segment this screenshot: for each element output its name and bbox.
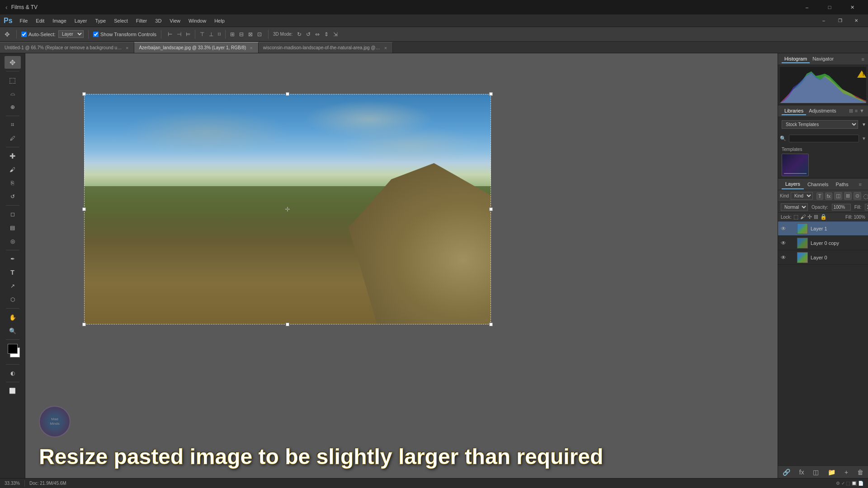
align-top-icon[interactable]: ⊤ — [198, 30, 206, 38]
lock-position-icon[interactable]: ✢ — [807, 214, 812, 220]
layer-new-icon[interactable]: + — [843, 468, 850, 477]
layer-item-layer0[interactable]: 👁 Layer 0 — [778, 250, 868, 265]
blend-mode-dropdown[interactable]: Normal — [781, 203, 808, 211]
libraries-tab[interactable]: Libraries — [782, 107, 806, 115]
transform-handle-mr[interactable] — [489, 207, 493, 211]
transform-handle-br[interactable] — [489, 323, 493, 326]
layer-vector-icon[interactable]: ⊙ — [854, 192, 861, 200]
transform-handle-tr[interactable] — [489, 92, 493, 96]
libraries-list-icon[interactable]: ≡ — [855, 108, 858, 114]
paths-tab[interactable]: Paths — [832, 180, 852, 189]
doc-tab-close-tab3[interactable]: × — [383, 45, 388, 51]
stock-templates-dropdown[interactable]: Stock Templates — [782, 120, 858, 129]
libraries-grid-icon[interactable]: ⊞ — [849, 108, 853, 114]
layers-tab[interactable]: Layers — [782, 179, 804, 189]
template-thumbnail[interactable] — [782, 154, 809, 176]
search-dropdown-icon[interactable]: ▼ — [862, 136, 866, 141]
show-transform-label[interactable]: Show Transform Controls — [93, 32, 156, 37]
lock-transparent-icon[interactable]: ⬚ — [793, 214, 798, 220]
3d-roll-icon[interactable]: ↺ — [304, 30, 312, 38]
transform-handle-tm[interactable] — [286, 92, 289, 96]
transform-handle-bm[interactable] — [286, 323, 289, 326]
distribute-center-icon[interactable]: ⊠ — [246, 30, 255, 38]
screen-mode-icon[interactable]: ⬜ — [5, 385, 21, 397]
menu-item-window[interactable]: Window — [185, 17, 210, 25]
lock-image-icon[interactable]: 🖌 — [800, 214, 806, 220]
text-tool[interactable]: T — [5, 266, 21, 279]
adjustments-tab[interactable]: Adjustments — [806, 107, 839, 115]
ps-close-button[interactable]: ✕ — [848, 14, 864, 27]
quick-select-tool[interactable]: ⊕ — [5, 101, 21, 113]
menu-item-help[interactable]: Help — [211, 17, 228, 25]
history-brush-tool[interactable]: ↺ — [5, 190, 21, 203]
fill-input[interactable] — [865, 204, 868, 211]
distribute-end-icon[interactable]: ⊡ — [255, 30, 264, 38]
doc-tab-tab2[interactable]: Azerbaijan_landscape.jpg @ 33.3% (Layer … — [134, 42, 258, 53]
libraries-expand-icon[interactable]: ▼ — [862, 122, 866, 127]
eraser-tool[interactable]: ◻ — [5, 208, 21, 221]
layer-group-icon[interactable]: 📁 — [826, 468, 837, 477]
navigator-tab[interactable]: Navigator — [810, 55, 836, 63]
move-tool[interactable]: ✥ — [5, 56, 21, 69]
layer-smart-icon[interactable]: ⊞ — [844, 192, 852, 200]
layers-panel-menu-icon[interactable]: ≡ — [856, 182, 864, 187]
maximize-button[interactable]: □ — [819, 0, 840, 14]
menu-item-file[interactable]: File — [16, 17, 32, 25]
transform-handle-ml[interactable] — [82, 207, 86, 211]
layer-fx-bottom-icon[interactable]: fx — [797, 468, 806, 477]
back-button[interactable]: ‹ — [5, 4, 8, 11]
layer-mask-bottom-icon[interactable]: ◫ — [811, 468, 821, 477]
align-center-icon[interactable]: ⊣ — [175, 30, 183, 38]
menu-item-filter[interactable]: Filter — [132, 17, 151, 25]
histogram-tab[interactable]: Histogram — [782, 55, 810, 63]
channels-tab[interactable]: Channels — [804, 180, 832, 189]
menu-item-select[interactable]: Select — [110, 17, 132, 25]
foreground-color-swatch[interactable] — [8, 344, 18, 354]
menu-item-edit[interactable]: Edit — [32, 17, 48, 25]
ps-restore-button[interactable]: ❐ — [832, 14, 848, 27]
3d-rotate-icon[interactable]: ↻ — [295, 30, 303, 38]
pen-tool[interactable]: ✒ — [5, 253, 21, 265]
minimize-button[interactable]: – — [797, 0, 817, 14]
auto-select-input[interactable] — [21, 32, 27, 37]
zoom-tool[interactable]: 🔍 — [5, 324, 21, 337]
doc-tab-close-tab1[interactable]: × — [125, 45, 129, 51]
transform-handle-tl[interactable] — [82, 92, 86, 96]
layer-item-layer0copy[interactable]: 👁 Layer 0 copy — [778, 236, 868, 250]
layer0-name[interactable]: Layer 0 — [811, 255, 865, 260]
menu-item-image[interactable]: Image — [49, 17, 70, 25]
shape-tool[interactable]: ⬡ — [5, 293, 21, 306]
clone-stamp-tool[interactable]: ⎘ — [5, 177, 21, 189]
histogram-collapse-icon[interactable]: ≡ — [862, 56, 864, 62]
align-right-icon[interactable]: ⊨ — [184, 30, 192, 38]
3d-slide-icon[interactable]: ⇕ — [322, 30, 330, 38]
show-transform-checkbox[interactable] — [93, 32, 99, 37]
doc-tab-tab1[interactable]: Untitled-1 @ 66.7% (Replace or remove a … — [0, 42, 134, 53]
layer0copy-name[interactable]: Layer 0 copy — [811, 240, 865, 246]
layer-link-icon[interactable]: 🔗 — [781, 468, 792, 477]
brush-tool[interactable]: 🖌 — [5, 163, 21, 176]
path-select-tool[interactable]: ↗ — [5, 280, 21, 292]
layer-type-icon[interactable]: T — [816, 192, 823, 200]
auto-select-dropdown[interactable]: Layer Group — [58, 30, 84, 38]
dodge-tool[interactable]: ◎ — [5, 235, 21, 248]
layer-kind-dropdown[interactable]: Kind — [791, 192, 813, 200]
menu-item-layer[interactable]: Layer — [71, 17, 91, 25]
menu-item-view[interactable]: View — [166, 17, 184, 25]
transform-handle-bl[interactable] — [82, 323, 86, 326]
doc-tab-tab3[interactable]: wisconsin-madison-landscape-of-the-natur… — [259, 42, 393, 53]
3d-scale-icon[interactable]: ⇲ — [331, 30, 340, 38]
distribute-h-icon[interactable]: ⊞ — [228, 30, 236, 38]
doc-tab-close-tab2[interactable]: × — [249, 45, 253, 51]
layer1-name[interactable]: Layer 1 — [811, 226, 865, 231]
layer-fx-icon[interactable]: fx — [825, 192, 833, 200]
menu-item-type[interactable]: Type — [91, 17, 109, 25]
layer0-visibility-icon[interactable]: 👁 — [781, 254, 787, 261]
canvas-image[interactable]: ✛ — [84, 94, 491, 324]
hand-tool[interactable]: ✋ — [5, 311, 21, 324]
distribute-v-icon[interactable]: ⊟ — [237, 30, 245, 38]
rectangular-marquee-tool[interactable]: ⬚ — [5, 74, 21, 86]
3d-drag-icon[interactable]: ⇔ — [313, 30, 321, 38]
lasso-tool[interactable]: ⌓ — [5, 87, 21, 100]
layer-filter-toggle[interactable]: ◌ — [863, 192, 868, 200]
